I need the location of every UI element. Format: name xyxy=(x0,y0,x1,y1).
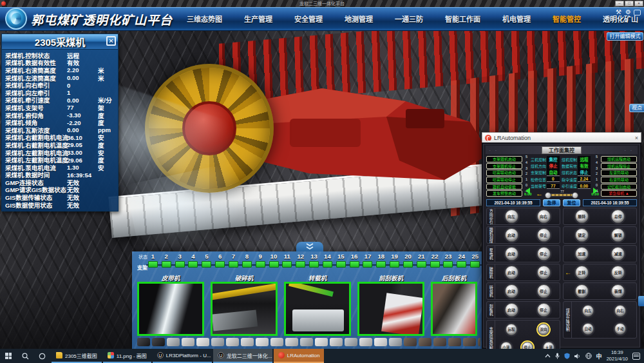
filmstrip-tile[interactable] xyxy=(152,338,165,346)
automation-button[interactable]: 支架跟机启动 xyxy=(486,156,522,162)
taskbar-item-LR3DPlatform - U...[interactable]: ULR3DPlatform - U... xyxy=(153,349,212,363)
automation-button[interactable]: 喷雾联动停止 xyxy=(486,177,522,183)
round-button-锁定[interactable]: 锁定 xyxy=(575,228,589,242)
round-button-向右[interactable]: 向右 xyxy=(614,305,626,317)
round-button-双向[interactable]: 双向 xyxy=(538,324,549,335)
filmstrip-tile[interactable] xyxy=(241,338,254,346)
automation-button[interactable]: 煤机远程启动 xyxy=(601,156,637,162)
slider-track[interactable]: 77 xyxy=(547,193,576,197)
search-icon[interactable] xyxy=(17,353,33,360)
filmstrip-tile[interactable] xyxy=(359,338,372,346)
round-button-启动[interactable]: 启动 xyxy=(505,303,518,317)
taskbar-item-11.png - 画图[interactable]: 11.png - 画图 xyxy=(103,349,151,363)
filmstrip-tile[interactable] xyxy=(270,338,283,346)
filmstrip-tile[interactable] xyxy=(404,338,417,346)
round-button-停止[interactable]: 停止 xyxy=(537,247,551,260)
round-button-截割[interactable]: 截割 xyxy=(575,284,589,298)
round-button-反转[interactable]: 反转 xyxy=(611,266,625,279)
round-button-向右[interactable]: 向右 xyxy=(537,210,551,223)
round-button-加速[interactable]: 加速 xyxy=(575,247,589,260)
tab-workface-control[interactable]: 工作面集控 xyxy=(542,146,582,154)
round-button-启动[interactable]: 启动 xyxy=(505,266,518,279)
speaker-icon[interactable] xyxy=(574,353,581,359)
round-button-启动[interactable]: 启动 xyxy=(505,284,518,298)
filmstrip-tile[interactable] xyxy=(285,338,298,346)
camera-feed-thumbnail[interactable] xyxy=(137,282,204,336)
automation-button[interactable]: 左滚筒联动 xyxy=(601,170,637,176)
round-button-减速[interactable]: 减速 xyxy=(611,247,625,260)
collapse-chevron-button[interactable] xyxy=(296,242,323,251)
camera-feed-thumbnail[interactable] xyxy=(357,282,424,336)
reset-button[interactable]: 复位 xyxy=(563,199,580,206)
round-button-正转[interactable]: 正转 xyxy=(575,266,589,279)
tray-chevron-icon[interactable] xyxy=(545,354,551,358)
security-shield-icon[interactable] xyxy=(564,353,570,359)
round-button-启动[interactable]: 启动 xyxy=(505,228,518,242)
nav-item-安全管理[interactable]: 安全管理 xyxy=(294,14,323,24)
round-button-向左[interactable]: 向左 xyxy=(582,305,594,317)
round-button-向左[interactable]: 向左 xyxy=(505,210,518,223)
round-button-停止[interactable]: 停止 xyxy=(537,228,551,242)
camera-feed-thumbnail[interactable] xyxy=(284,282,351,336)
tools-icon[interactable]: ⚒ xyxy=(614,8,623,16)
filmstrip-tile[interactable] xyxy=(389,338,402,346)
round-button-装煤[interactable]: 装煤 xyxy=(611,284,625,298)
start-button[interactable] xyxy=(0,353,17,359)
position-slider[interactable]: 0.00 ← 77 0.00 xyxy=(527,191,596,198)
thumbnail-filmstrip[interactable] xyxy=(137,338,480,347)
filmstrip-tile[interactable] xyxy=(226,338,239,346)
taskbar-item-LRAutomation[interactable]: LRAutomation xyxy=(274,349,325,363)
filmstrip-tile[interactable] xyxy=(433,338,446,346)
automation-button[interactable]: 发车预警启动 xyxy=(486,190,522,197)
input-method-indicator[interactable]: 中 xyxy=(596,352,602,360)
automation-button[interactable]: 记忆截割启动 xyxy=(601,184,637,190)
automation-button[interactable]: 右滚筒联动 xyxy=(601,177,637,183)
nav-item-智能管控[interactable]: 智能管控 xyxy=(553,14,581,24)
filmstrip-tile[interactable] xyxy=(478,338,480,346)
automation-button[interactable]: 煤机远程停止 xyxy=(601,163,637,170)
os-titlebar[interactable]: 龙软二三维一体化平台 – □ × xyxy=(0,0,644,7)
filmstrip-tile[interactable] xyxy=(448,338,461,346)
automation-button[interactable]: 支架跟机停止 xyxy=(486,163,522,170)
filmstrip-tile[interactable] xyxy=(196,338,209,346)
slider-knob-left[interactable] xyxy=(545,192,551,199)
round-button-总停[interactable]: 总停 xyxy=(611,210,625,223)
nav-item-机电管理[interactable]: 机电管理 xyxy=(502,14,531,24)
round-button-自动[interactable]: 自动 xyxy=(582,323,594,335)
filmstrip-tile[interactable] xyxy=(167,338,180,346)
filmstrip-tile[interactable] xyxy=(419,338,431,346)
nav-item-地测管理[interactable]: 地测管理 xyxy=(345,14,373,24)
taskbar-item-2305三维截图[interactable]: 2305三维截图 xyxy=(52,349,102,363)
filmstrip-tile[interactable] xyxy=(300,338,313,346)
edge-badge[interactable] xyxy=(638,296,644,306)
camera-feed-thumbnail[interactable] xyxy=(211,282,278,336)
filmstrip-tile[interactable] xyxy=(463,338,476,346)
filmstrip-tile[interactable] xyxy=(315,338,328,346)
nav-item-生产管理[interactable]: 生产管理 xyxy=(244,14,272,24)
slider-knob-right[interactable] xyxy=(572,192,578,199)
lrautomation-titlebar[interactable]: LRAutomation × xyxy=(482,132,641,142)
nav-item-三维态势图[interactable]: 三维态势图 xyxy=(187,14,222,24)
gear-icon[interactable]: ⚙ xyxy=(624,8,632,16)
filmstrip-tile[interactable] xyxy=(211,338,224,346)
panel-close-icon[interactable]: ✕ xyxy=(106,36,116,46)
filmstrip-tile[interactable] xyxy=(330,338,343,346)
action-center-icon[interactable] xyxy=(632,353,640,360)
round-button-停止[interactable]: 停止 xyxy=(537,284,551,298)
filmstrip-tile[interactable] xyxy=(345,338,357,346)
nav-item-智能工作面[interactable]: 智能工作面 xyxy=(445,14,480,24)
round-button-顺转[interactable]: 顺转 xyxy=(575,210,589,223)
camera-feed-thumbnail[interactable] xyxy=(431,282,477,336)
estop-button[interactable]: 急停 xyxy=(543,199,560,206)
lrautomation-close-icon[interactable]: × xyxy=(635,135,638,141)
microphone-icon[interactable] xyxy=(555,353,560,359)
emergency-stop-button[interactable]: 紧急停机 ▲ xyxy=(601,190,637,197)
filmstrip-tile[interactable] xyxy=(182,338,194,346)
automation-button[interactable]: 喷雾联动启动 xyxy=(486,170,522,176)
automation-button[interactable]: 跟机自动使能 xyxy=(486,184,522,190)
tray-clock[interactable]: 16:39 2021/4/10 xyxy=(607,349,628,362)
open-edit-mode-button[interactable]: 打开编辑模式 xyxy=(607,32,643,41)
network-globe-icon[interactable] xyxy=(585,353,592,359)
viewpoint-tab[interactable]: 视点 xyxy=(629,104,644,112)
round-button-手动[interactable]: 手动 xyxy=(614,323,626,335)
